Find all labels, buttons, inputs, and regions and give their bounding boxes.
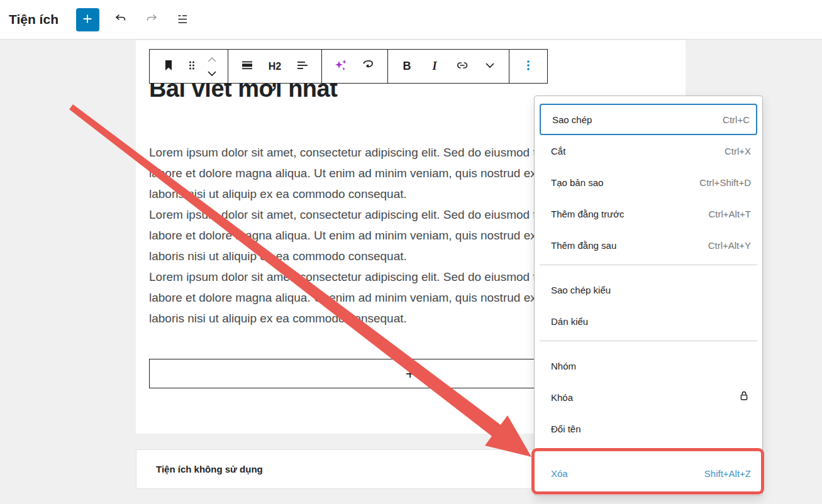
unused-widgets-title: Tiện ích không sử dụng xyxy=(156,464,263,474)
menu-item-shortcut: Ctrl+X xyxy=(725,146,751,156)
menu-item-label: Nhóm xyxy=(551,361,576,371)
list-view-icon xyxy=(175,11,190,28)
block-mover xyxy=(201,52,223,82)
drag-handle-icon xyxy=(184,58,199,75)
heading-level-button[interactable]: H2 xyxy=(261,52,289,82)
editor-top-bar: Tiện ích xyxy=(0,0,822,40)
menu-item-label: Thêm đằng sau xyxy=(551,240,616,251)
italic-button[interactable]: I xyxy=(421,52,448,82)
align-none-icon xyxy=(240,58,255,75)
heading-level-label: H2 xyxy=(269,61,281,72)
menu-item-label: Dán kiểu xyxy=(551,316,588,327)
align-button[interactable] xyxy=(233,52,261,82)
menu-group-delete: Xóa Shift+Alt+Z xyxy=(540,448,757,493)
menu-group-styles: Sao chép kiểu Dán kiểu xyxy=(540,265,757,341)
menu-item-copy[interactable]: Sao chép Ctrl+C xyxy=(540,104,757,135)
bookmark-icon xyxy=(161,58,176,75)
redo-icon xyxy=(144,11,159,28)
bold-label: B xyxy=(403,60,411,73)
list-view-button[interactable] xyxy=(171,8,194,31)
lock-icon xyxy=(737,389,751,405)
menu-item-paste-styles[interactable]: Dán kiểu xyxy=(540,305,757,337)
menu-item-shortcut: Ctrl+Alt+Y xyxy=(708,240,751,251)
toolbar-group-block xyxy=(150,50,228,83)
redo-button[interactable] xyxy=(140,8,163,31)
bold-button[interactable]: B xyxy=(393,52,421,82)
block-type-button[interactable] xyxy=(155,52,182,82)
menu-item-lock[interactable]: Khóa xyxy=(540,381,757,413)
more-formats-chevron-icon xyxy=(484,61,496,72)
menu-item-label: Đổi tên xyxy=(551,424,581,434)
menu-item-label: Sao chép kiểu xyxy=(551,285,611,295)
undo-button[interactable] xyxy=(109,8,132,31)
menu-item-shortcut: Ctrl+Shift+D xyxy=(699,177,751,188)
ai-assistant-button[interactable] xyxy=(327,52,355,82)
block-toolbar: H2 B I xyxy=(149,49,548,84)
menu-item-delete[interactable]: Xóa Shift+Alt+Z xyxy=(540,457,757,489)
plus-icon xyxy=(81,12,94,28)
menu-item-duplicate[interactable]: Tạo bản sao Ctrl+Shift+D xyxy=(540,167,757,198)
toolbar-group-format: B I xyxy=(388,50,509,83)
menu-item-cut[interactable]: Cắt Ctrl+X xyxy=(540,135,757,167)
menu-item-insert-after[interactable]: Thêm đằng sau Ctrl+Alt+Y xyxy=(540,229,757,261)
menu-item-shortcut: Ctrl+C xyxy=(723,114,750,125)
connections-button[interactable] xyxy=(355,52,382,82)
italic-label: I xyxy=(432,60,436,73)
move-down-button[interactable] xyxy=(201,67,223,80)
menu-item-label: Xóa xyxy=(551,468,568,479)
menu-item-shortcut: Shift+Alt+Z xyxy=(704,468,751,479)
menu-item-label: Tạo bản sao xyxy=(551,177,603,188)
text-align-button[interactable] xyxy=(289,52,316,82)
menu-item-rename[interactable]: Đổi tên xyxy=(540,413,757,444)
menu-item-label: Khóa xyxy=(551,392,573,403)
move-up-button[interactable] xyxy=(201,53,223,67)
menu-group-organize: Nhóm Khóa Đổi tên xyxy=(540,341,757,448)
ai-sparkle-icon xyxy=(333,57,349,75)
more-formats-button[interactable] xyxy=(476,52,504,82)
link-icon xyxy=(454,57,470,75)
menu-item-label: Thêm đằng trước xyxy=(551,209,625,219)
undo-icon xyxy=(113,11,128,28)
toolbar-group-heading: H2 xyxy=(228,50,322,83)
appender-plus-icon: + xyxy=(406,366,415,381)
chevron-up-icon xyxy=(206,55,218,64)
menu-item-label: Sao chép xyxy=(552,114,592,125)
page-title: Tiện ích xyxy=(9,12,58,27)
menu-item-group[interactable]: Nhóm xyxy=(540,350,757,381)
options-kebab-button[interactable] xyxy=(514,52,542,82)
curve-arrow-icon xyxy=(360,57,377,75)
toolbar-group-options xyxy=(509,50,547,83)
menu-item-copy-styles[interactable]: Sao chép kiểu xyxy=(540,274,757,305)
toolbar-group-ai xyxy=(322,50,388,83)
menu-item-label: Cắt xyxy=(551,146,565,156)
menu-group-clipboard: Sao chép Ctrl+C Cắt Ctrl+X Tạo bản sao C… xyxy=(540,104,757,265)
menu-item-shortcut: Ctrl+Alt+T xyxy=(708,209,751,219)
add-block-button[interactable] xyxy=(76,8,99,31)
link-button[interactable] xyxy=(448,52,476,82)
block-options-menu: Sao chép Ctrl+C Cắt Ctrl+X Tạo bản sao C… xyxy=(534,96,763,496)
drag-handle[interactable] xyxy=(182,52,201,82)
chevron-down-icon xyxy=(206,69,218,78)
text-align-icon xyxy=(295,58,310,75)
kebab-menu-icon xyxy=(521,58,536,75)
menu-item-insert-before[interactable]: Thêm đằng trước Ctrl+Alt+T xyxy=(540,198,757,229)
